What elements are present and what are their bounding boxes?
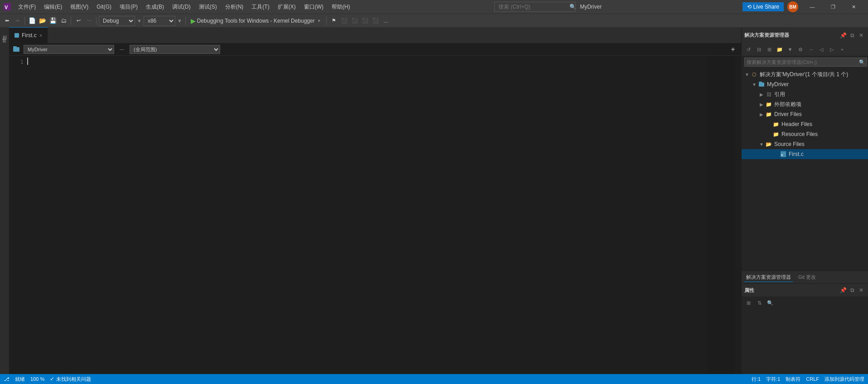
se-float-button[interactable]: ⧉ <box>848 31 856 39</box>
toolbar-open-button[interactable]: 📂 <box>38 16 48 26</box>
tree-item-external-deps[interactable]: ▶ 📁 外部依赖项 <box>742 99 868 109</box>
se-new-solution-button[interactable]: + <box>837 44 847 54</box>
svg-rect-2 <box>13 47 19 52</box>
svg-rect-5 <box>759 82 762 83</box>
toolbar-extra1-button[interactable]: ⬛ <box>339 16 349 26</box>
status-add-source[interactable]: 添加到源代码管理 <box>825 376 864 383</box>
menu-bar: 文件(F) 编辑(E) 视图(V) Git(G) 项目(P) 生成(B) 调试(… <box>14 2 354 12</box>
driverfiles-label: Driver Files <box>774 111 802 117</box>
line-numbers: 1 <box>9 56 27 374</box>
toolbar-sep-3 <box>96 17 96 25</box>
menu-window[interactable]: 窗口(W) <box>300 2 327 12</box>
project-icon <box>13 46 20 53</box>
tree-item-first-c[interactable]: ▶ c First.c <box>742 149 868 159</box>
menu-extensions[interactable]: 扩展(X) <box>274 2 299 12</box>
git-changes-tab[interactable]: Git 更改 <box>796 273 818 282</box>
extdep-arrow: ▶ <box>758 102 765 107</box>
solution-explorer-search: 🔍 <box>742 56 868 68</box>
menu-debug[interactable]: 调试(D) <box>169 2 194 12</box>
status-ok-icon: ✓ <box>50 376 54 382</box>
restore-button[interactable]: ❐ <box>823 0 844 14</box>
toolbar-extra4-button[interactable]: ⬛ <box>371 16 381 26</box>
nav-project-dropdown[interactable]: MyDriver <box>24 45 114 54</box>
tree-item-project[interactable]: ▼ MyDriver <box>742 79 868 89</box>
se-close-button[interactable]: ✕ <box>857 31 865 39</box>
se-prev-button[interactable]: ◁ <box>816 44 826 54</box>
se-refresh-button[interactable]: ↺ <box>743 44 753 54</box>
toolbar-sep-4 <box>185 17 186 25</box>
activity-properties[interactable]: 属 <box>0 44 9 48</box>
tree-item-references[interactable]: ▶ ⛓ 引用 <box>742 89 868 99</box>
toolbar-bookmark-button[interactable]: ⚑ <box>329 16 339 26</box>
debug-config-dropdown[interactable]: Debug <box>99 16 135 26</box>
minimize-button[interactable]: — <box>802 0 823 14</box>
tree-item-header-files[interactable]: ▶ 📁 Header Files <box>742 119 868 129</box>
se-pin-button[interactable]: 📌 <box>839 31 847 39</box>
menu-build[interactable]: 生成(B) <box>142 2 168 12</box>
code-editor[interactable] <box>27 56 708 374</box>
tab-close-button[interactable]: × <box>39 33 42 38</box>
firstc-label: First.c <box>789 151 804 157</box>
toolbar-undo-button[interactable]: ↩ <box>73 16 83 26</box>
toolbar-back-button[interactable]: ⬅ <box>2 16 12 26</box>
title-search-input[interactable] <box>494 2 576 12</box>
se-showallfiles-button[interactable]: 📁 <box>775 44 785 54</box>
toolbar-extra5-button[interactable]: … <box>381 16 391 26</box>
toolbar-saveall-button[interactable]: 🗂 <box>58 16 68 26</box>
status-git-item[interactable]: ⎇ <box>4 376 10 382</box>
toolbar-extra3-button[interactable]: ⬛ <box>360 16 370 26</box>
toolbar-save-button[interactable]: 💾 <box>48 16 58 26</box>
nav-scope-dropdown[interactable]: (全局范围) <box>130 45 220 54</box>
tree-item-resource-files[interactable]: ▶ 📁 Resource Files <box>742 129 868 139</box>
status-tab-indicator[interactable]: 制表符 <box>786 376 800 383</box>
status-char: 字符:1 <box>766 376 780 383</box>
menu-project[interactable]: 项目(P) <box>116 2 141 12</box>
status-encoding[interactable]: CRLF <box>806 376 819 382</box>
properties-title: 属性 <box>744 287 754 294</box>
activity-solution-explorer[interactable]: 解 <box>0 29 9 34</box>
editor-tab-first-c[interactable]: First.c × <box>9 27 48 43</box>
editor-scrollbar[interactable] <box>735 56 741 374</box>
toolbar-redo-button[interactable]: ↪ <box>84 16 94 26</box>
status-bar: ⎇ 就绪 100 % ✓ 未找到相关问题 行:1 字符:1 制表符 CRLF 添… <box>0 374 868 384</box>
toolbar-forward-button[interactable]: ➡ <box>12 16 22 26</box>
props-search-button[interactable]: 🔍 <box>765 298 775 308</box>
props-close-button[interactable]: ✕ <box>857 286 865 294</box>
se-properties-button[interactable]: ⚙ <box>796 44 805 54</box>
solution-explorer-tab[interactable]: 解决方案资源管理器 <box>744 273 793 282</box>
menu-file[interactable]: 文件(F) <box>14 2 39 12</box>
tree-item-source-files[interactable]: ▼ 📂 Source Files <box>742 139 868 149</box>
properties-controls: 📌 ⧉ ✕ <box>839 286 865 294</box>
se-openeditor-button[interactable]: → <box>806 44 816 54</box>
se-search-input[interactable] <box>744 58 867 67</box>
menu-edit[interactable]: 编辑(E) <box>40 2 66 12</box>
props-pin-button[interactable]: 📌 <box>839 286 847 294</box>
menu-git[interactable]: Git(G) <box>93 3 115 11</box>
toolbar-newfile-button[interactable]: 📄 <box>27 16 37 26</box>
tree-item-driver-files[interactable]: ▶ 📁 Driver Files <box>742 109 868 119</box>
se-collapseall-button[interactable]: ⊟ <box>754 44 764 54</box>
menu-help[interactable]: 帮助(H) <box>328 2 354 12</box>
se-next-button[interactable]: ▷ <box>827 44 837 54</box>
se-expandall-button[interactable]: ⊞ <box>764 44 774 54</box>
activity-team-explorer[interactable]: T <box>1 36 8 43</box>
menu-test[interactable]: 测试(S) <box>195 2 221 12</box>
sourcefiles-arrow: ▼ <box>758 142 765 147</box>
props-float-button[interactable]: ⧉ <box>848 286 856 294</box>
props-grid-button[interactable]: ⊞ <box>743 298 753 308</box>
status-zoom[interactable]: 100 % <box>30 376 44 382</box>
se-filter-button[interactable]: ▼ <box>785 44 795 54</box>
status-errors[interactable]: ✓ 未找到相关问题 <box>50 376 91 383</box>
run-button[interactable]: ▶ Debugging Tools for Windows - Kernel D… <box>188 16 324 26</box>
platform-dropdown[interactable]: x86 <box>144 16 175 26</box>
live-share-button[interactable]: ⟲ Live Share <box>743 2 784 11</box>
tree-item-solution[interactable]: ▼ ⬡ 解决方案'MyDriver'(1 个项目/共 1 个) <box>742 69 868 79</box>
nav-add-button[interactable]: + <box>728 45 738 54</box>
toolbar-extra2-button[interactable]: ⬛ <box>350 16 360 26</box>
menu-view[interactable]: 视图(V) <box>67 2 92 12</box>
menu-analyze[interactable]: 分析(N) <box>222 2 247 12</box>
menu-tools[interactable]: 工具(T) <box>248 2 273 12</box>
window-controls: — ❐ ✕ <box>802 0 864 14</box>
close-button[interactable]: ✕ <box>844 0 864 14</box>
props-sort-button[interactable]: ⇅ <box>754 298 764 308</box>
